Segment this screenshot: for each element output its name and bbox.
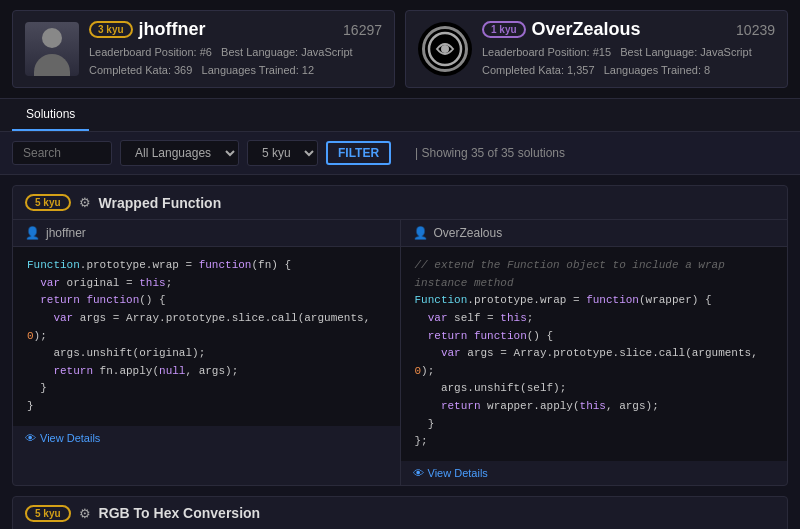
solution-block-0: 5 kyu ⚙ Wrapped Function 👤 jhoffner Func… — [12, 185, 788, 486]
solution-kyu-1: 5 kyu — [25, 505, 71, 522]
svg-point-1 — [441, 45, 449, 53]
user-icon-right-0: 👤 — [413, 226, 428, 240]
main-content: 5 kyu ⚙ Wrapped Function 👤 jhoffner Func… — [0, 175, 800, 529]
tab-solutions[interactable]: Solutions — [12, 99, 89, 131]
showing-text: | Showing 35 of 35 solutions — [415, 146, 565, 160]
view-details-label-right-0: View Details — [428, 467, 488, 479]
user-icon-left-0: 👤 — [25, 226, 40, 240]
search-input[interactable] — [12, 141, 112, 165]
code-pane-left-0: 👤 jhoffner Function.prototype.wrap = fun… — [13, 220, 401, 485]
code-pane-user-left-0: jhoffner — [46, 226, 86, 240]
code-pane-header-right-0: 👤 OverZealous — [401, 220, 788, 247]
profile-score-overzealous: 10239 — [736, 22, 775, 38]
profile-name-overzealous: OverZealous — [532, 19, 641, 40]
kyu-dropdown[interactable]: 5 kyu — [247, 140, 318, 166]
language-dropdown[interactable]: All Languages — [120, 140, 239, 166]
solution-title-0: Wrapped Function — [99, 195, 222, 211]
header: 3 kyu jhoffner 16297 Leaderboard Positio… — [0, 0, 800, 99]
view-details-label-left-0: View Details — [40, 432, 100, 444]
eye-icon-right-0: 👁 — [413, 467, 424, 479]
toolbar-tabs: Solutions — [12, 99, 788, 131]
kyu-badge-overzealous: 1 kyu — [482, 21, 526, 38]
profile-info-jhoffner: 3 kyu jhoffner 16297 Leaderboard Positio… — [89, 19, 382, 79]
profile-stats-jhoffner: Leaderboard Position: #6 Best Language: … — [89, 44, 382, 79]
solution-title-1: RGB To Hex Conversion — [99, 505, 261, 521]
code-pane-user-right-0: OverZealous — [434, 226, 503, 240]
avatar2-inner — [422, 26, 468, 72]
solution-header-1: 5 kyu ⚙ RGB To Hex Conversion — [13, 497, 787, 529]
profile-card-overzealous: 1 kyu OverZealous 10239 Leaderboard Posi… — [405, 10, 788, 88]
profile-info-overzealous: 1 kyu OverZealous 10239 Leaderboard Posi… — [482, 19, 775, 79]
avatar-overzealous — [418, 22, 472, 76]
stat-language-jhoffner: Best Language: JavaScript — [221, 46, 352, 58]
code-pane-right-0: 👤 OverZealous // extend the Function obj… — [401, 220, 788, 485]
stat-leaderboard-oz: Leaderboard Position: #15 — [482, 46, 611, 58]
toolbar: Solutions — [0, 99, 800, 132]
profile-name-jhoffner: jhoffner — [139, 19, 206, 40]
stat-kata-jhoffner: Completed Kata: 369 — [89, 64, 192, 76]
profile-stats-overzealous: Leaderboard Position: #15 Best Language:… — [482, 44, 775, 79]
stat-language-oz: Best Language: JavaScript — [620, 46, 751, 58]
stat-trained-oz: Languages Trained: 8 — [604, 64, 710, 76]
solution-block-1: 5 kyu ⚙ RGB To Hex Conversion 👤 jhoffner… — [12, 496, 788, 529]
filter-bar: All Languages 5 kyu FILTER | Showing 35 … — [0, 132, 800, 175]
stat-trained-jhoffner: Languages Trained: 12 — [202, 64, 315, 76]
profile-name-row-oz: 1 kyu OverZealous 10239 — [482, 19, 775, 40]
eye-icon-left-0: 👁 — [25, 432, 36, 444]
code-block-left-0: Function.prototype.wrap = function(fn) {… — [13, 247, 400, 425]
stat-leaderboard-jhoffner: Leaderboard Position: #6 — [89, 46, 212, 58]
avatar-jhoffner — [25, 22, 79, 76]
code-pane-header-left-0: 👤 jhoffner — [13, 220, 400, 247]
profile-name-row: 3 kyu jhoffner 16297 — [89, 19, 382, 40]
profile-score-jhoffner: 16297 — [343, 22, 382, 38]
kyu-badge-jhoffner: 3 kyu — [89, 21, 133, 38]
view-details-left-0[interactable]: 👁 View Details — [13, 426, 400, 450]
view-details-right-0[interactable]: 👁 View Details — [401, 461, 788, 485]
stat-kata-oz: Completed Kata: 1,357 — [482, 64, 595, 76]
code-block-right-0: // extend the Function object to include… — [401, 247, 788, 461]
code-row-0: 👤 jhoffner Function.prototype.wrap = fun… — [13, 220, 787, 485]
solution-icon-1: ⚙ — [79, 506, 91, 521]
solution-header-0: 5 kyu ⚙ Wrapped Function — [13, 186, 787, 220]
solution-icon-0: ⚙ — [79, 195, 91, 210]
filter-button[interactable]: FILTER — [326, 141, 391, 165]
profile-card-jhoffner: 3 kyu jhoffner 16297 Leaderboard Positio… — [12, 10, 395, 88]
solution-kyu-0: 5 kyu — [25, 194, 71, 211]
